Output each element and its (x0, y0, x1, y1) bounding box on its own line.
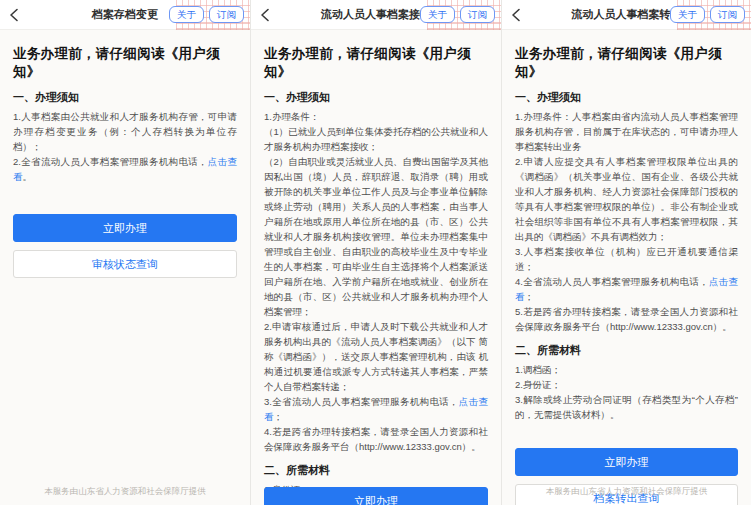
notice-paragraph: 4.全省流动人员人事档案管理服务机构电话，点击查看； (515, 274, 738, 304)
page-title: 流动人员人事档案转出 (572, 7, 682, 22)
app-screen-panel: 流动人员人事档案接收 关于 订阅 业务办理前，请仔细阅读《用户须知》 一、办理须… (251, 0, 501, 505)
page-title: 档案存档变更 (92, 7, 158, 22)
header-bar: 流动人员人事档案转出 关于 订阅 (502, 0, 751, 30)
notice-paragraph: 3.全省流动人员人事档案管理服务机构电话，点击查看； (264, 394, 488, 424)
notice-content: 业务办理前，请仔细阅读《用户须知》 一、办理须知1.人事档案由公共就业和人才服务… (0, 30, 250, 278)
section-title: 二、所需材料 (515, 343, 738, 358)
about-button[interactable]: 关于 (169, 6, 204, 23)
apply-now-button[interactable]: 立即办理 (13, 214, 237, 242)
app-screens-row: 档案存档变更 关于 订阅 业务办理前，请仔细阅读《用户须知》 一、办理须知1.人… (0, 0, 751, 505)
header-bar: 档案存档变更 关于 订阅 (0, 0, 250, 30)
notice-paragraph: 2.申请审核通过后，申请人及时下载公共就业和人才服务机构出具的《流动人员人事档案… (264, 319, 488, 394)
notice-paragraph: 4.若是跨省办理转接档案，请登录全国人力资源和社会保障政务服务平台（http:/… (264, 424, 488, 454)
paragraph-text: 4.全省流动人员人事档案管理服务机构电话， (515, 276, 709, 287)
paragraph-text: 2.全省流动人员人事档案管理服务机构电话， (13, 156, 208, 167)
paragraph-text: 2.申请审核通过后，申请人及时下载公共就业和人才服务机构出具的《流动人员人事档案… (264, 321, 488, 392)
apply-now-button[interactable]: 立即办理 (264, 487, 488, 505)
notice-paragraph: 1.人事档案由公共就业和人才服务机构存管，可申请办理存档变更业务（例：个人存档转… (13, 109, 237, 154)
notice-paragraph: （1）已就业人员到单位集体委托存档的公共就业和人才服务机构办理档案接收； (264, 124, 488, 154)
app-screen-panel: 流动人员人事档案转出 关于 订阅 业务办理前，请仔细阅读《用户须知》 一、办理须… (502, 0, 751, 505)
paragraph-text: 4.若是跨省办理转接档案，请登录全国人力资源和社会保障政务服务平台（http:/… (264, 426, 488, 452)
paragraph-text: 1.办理条件：人事档案由省内流动人员人事档案管理服务机构存管，目前属于在库状态的… (515, 111, 738, 152)
back-icon[interactable] (260, 8, 270, 22)
notice-paragraph: 2.身份证； (515, 377, 738, 392)
notice-paragraph: 2.全省流动人员人事档案管理服务机构电话，点击查看。 (13, 154, 237, 184)
paragraph-text: 1.调档函； (515, 364, 561, 375)
notice-title: 业务办理前，请仔细阅读《用户须知》 (264, 45, 488, 81)
paragraph-text: 1.人事档案由公共就业和人才服务机构存管，可申请办理存档变更业务（例：个人存档转… (13, 111, 237, 152)
paragraph-text: 2.申请人应提交具有人事档案管理权限单位出具的《调档函》（机关事业单位、国有企业… (515, 156, 738, 242)
paragraph-text: 3.全省流动人员人事档案管理服务机构电话， (264, 396, 459, 407)
paragraph-text: （2）自由职业或灵活就业人员、自费出国留学及其他因私出国（境）人员，辞职辞退、取… (264, 156, 488, 317)
header-bar: 流动人员人事档案接收 关于 订阅 (251, 0, 501, 30)
apply-now-button[interactable]: 立即办理 (515, 448, 738, 476)
notice-title: 业务办理前，请仔细阅读《用户须知》 (515, 45, 738, 81)
paragraph-text: 3.解除或终止劳动合同证明（存档类型为“个人存档”的，无需提供该材料）。 (515, 394, 738, 420)
header-actions: 关于 订阅 (169, 6, 244, 23)
notice-paragraph: 1.办理条件： (264, 109, 488, 124)
notice-paragraph: 3.人事档案接收单位（机构）应已开通机要通信渠道； (515, 244, 738, 274)
page-title: 流动人员人事档案接收 (321, 7, 431, 22)
paragraph-text: ； (525, 291, 535, 302)
notice-paragraph: 2.申请人应提交具有人事档案管理权限单位出具的《调档函》（机关事业单位、国有企业… (515, 154, 738, 244)
notice-content: 业务办理前，请仔细阅读《用户须知》 一、办理须知1.办理条件：人事档案由省内流动… (502, 30, 751, 505)
notice-paragraph: 1.调档函； (515, 362, 738, 377)
service-footer: 本服务由山东省人力资源和社会保障厅提供 (502, 486, 751, 498)
header-actions: 关于 订阅 (420, 6, 495, 23)
paragraph-text: 5.若是跨省办理转接档案，请登录全国人力资源和社会保障政务服务平台（http:/… (515, 306, 738, 332)
notice-paragraph: 1.办理条件：人事档案由省内流动人员人事档案管理服务机构存管，目前属于在库状态的… (515, 109, 738, 154)
notice-body: 一、办理须知1.人事档案由公共就业和人才服务机构存管，可申请办理存档变更业务（例… (13, 90, 237, 184)
section-title: 一、办理须知 (264, 90, 488, 105)
about-button[interactable]: 关于 (420, 6, 455, 23)
paragraph-text: ； (274, 411, 284, 422)
notice-paragraph: 5.若是跨省办理转接档案，请登录全国人力资源和社会保障政务服务平台（http:/… (515, 304, 738, 334)
back-icon[interactable] (9, 8, 19, 22)
notice-title: 业务办理前，请仔细阅读《用户须知》 (13, 45, 237, 81)
service-footer: 本服务由山东省人力资源和社会保障厅提供 (0, 486, 250, 498)
review-status-query-button[interactable]: 审核状态查询 (13, 250, 237, 278)
section-title: 一、办理须知 (13, 90, 237, 105)
paragraph-text: 。 (23, 171, 33, 182)
paragraph-text: 1.办理条件： (264, 111, 319, 122)
notice-content: 业务办理前，请仔细阅读《用户须知》 一、办理须知1.办理条件：（1）已就业人员到… (251, 30, 501, 505)
about-button[interactable]: 关于 (670, 6, 705, 23)
button-area: 立即办理 (264, 487, 488, 505)
back-icon[interactable] (511, 8, 521, 22)
section-title: 二、所需材料 (264, 463, 488, 478)
notice-paragraph: （2）自由职业或灵活就业人员、自费出国留学及其他因私出国（境）人员，辞职辞退、取… (264, 154, 488, 319)
subscribe-button[interactable]: 订阅 (209, 6, 244, 23)
header-actions: 关于 订阅 (670, 6, 745, 23)
subscribe-button[interactable]: 订阅 (710, 6, 745, 23)
notice-paragraph: 3.解除或终止劳动合同证明（存档类型为“个人存档”的，无需提供该材料）。 (515, 392, 738, 422)
notice-body: 一、办理须知1.办理条件：人事档案由省内流动人员人事档案管理服务机构存管，目前属… (515, 90, 738, 422)
paragraph-text: （1）已就业人员到单位集体委托存档的公共就业和人才服务机构办理档案接收； (264, 126, 488, 152)
app-screen-panel: 档案存档变更 关于 订阅 业务办理前，请仔细阅读《用户须知》 一、办理须知1.人… (0, 0, 250, 505)
notice-body: 一、办理须知1.办理条件：（1）已就业人员到单位集体委托存档的公共就业和人才服务… (264, 90, 488, 505)
button-area: 立即办理审核状态查询 (13, 214, 237, 278)
paragraph-text: 3.人事档案接收单位（机构）应已开通机要通信渠道； (515, 246, 738, 272)
section-title: 一、办理须知 (515, 90, 738, 105)
subscribe-button[interactable]: 订阅 (460, 6, 495, 23)
paragraph-text: 2.身份证； (515, 379, 561, 390)
